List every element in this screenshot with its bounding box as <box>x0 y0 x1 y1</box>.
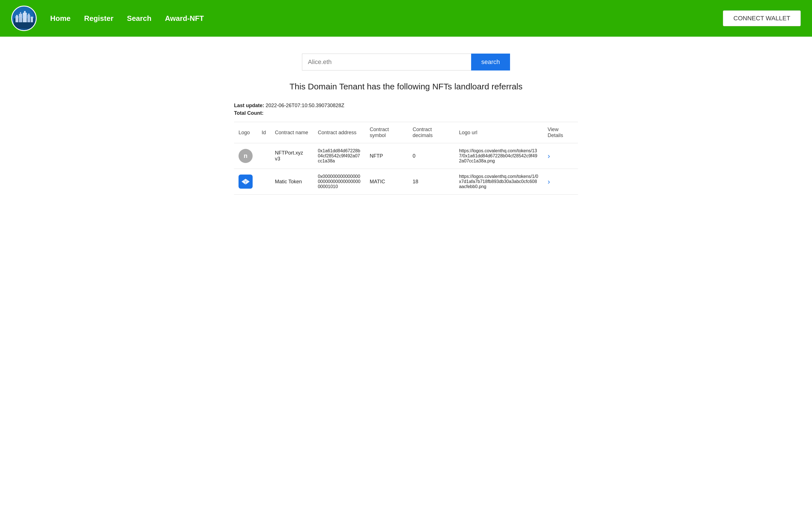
table-row: n NFTPort.xyz v3 0x1a61dd84d67228b04cf28… <box>234 143 578 169</box>
nav-search[interactable]: Search <box>127 14 152 23</box>
col-logo-url: Logo url <box>455 122 543 143</box>
svg-rect-7 <box>24 11 26 13</box>
col-logo: Logo <box>234 122 257 143</box>
col-contract-address: Contract address <box>313 122 365 143</box>
letter-avatar: n <box>238 149 253 163</box>
col-view-details: View Details <box>543 122 578 143</box>
svg-rect-14 <box>20 16 21 17</box>
col-id: Id <box>257 122 270 143</box>
nav-award-nft[interactable]: Award-NFT <box>165 14 204 23</box>
svg-rect-13 <box>19 16 20 17</box>
cell-logo-url: https://logos.covalenthq.com/tokens/137/… <box>455 143 543 169</box>
cell-contract-address: 0x00000000000000000000000000000000000010… <box>313 169 365 194</box>
cell-contract-decimals: 0 <box>408 143 455 169</box>
search-input[interactable] <box>302 54 471 70</box>
cell-contract-name: NFTPort.xyz v3 <box>270 143 313 169</box>
connect-wallet-button[interactable]: CONNECT WALLET <box>723 10 801 26</box>
search-container: search <box>234 54 578 70</box>
svg-rect-10 <box>31 17 33 22</box>
cell-contract-symbol: NFTP <box>365 143 408 169</box>
table-header: Logo Id Contract name Contract address C… <box>234 122 578 143</box>
cell-id <box>257 143 270 169</box>
table-body: n NFTPort.xyz v3 0x1a61dd84d67228b04cf28… <box>234 143 578 194</box>
cell-contract-decimals: 18 <box>408 169 455 194</box>
meta-info: Last update: 2022-06-26T07:10:50.3907308… <box>234 103 578 116</box>
view-details-button[interactable]: › <box>547 152 550 160</box>
svg-rect-5 <box>20 12 21 14</box>
cell-logo: n <box>234 143 257 169</box>
view-details-button[interactable]: › <box>547 177 550 186</box>
nav-home[interactable]: Home <box>50 14 70 23</box>
cell-logo-url: https://logos.covalenthq.com/tokens/1/0x… <box>455 169 543 194</box>
svg-rect-2 <box>15 16 18 22</box>
logo <box>11 6 37 31</box>
cell-view-details[interactable]: › <box>543 169 578 194</box>
cell-id <box>257 169 270 194</box>
matic-logo-icon <box>238 175 253 189</box>
col-contract-symbol: Contract symbol <box>365 122 408 143</box>
search-button[interactable]: search <box>471 54 510 70</box>
svg-rect-8 <box>27 15 30 22</box>
nft-table: Logo Id Contract name Contract address C… <box>234 122 578 194</box>
svg-rect-12 <box>20 15 21 15</box>
svg-rect-11 <box>19 15 20 15</box>
nav-links: Home Register Search Award-NFT <box>50 14 723 23</box>
svg-rect-16 <box>24 14 25 14</box>
cell-contract-name: Matic Token <box>270 169 313 194</box>
svg-rect-9 <box>28 13 30 15</box>
total-count: Total Count: <box>234 110 578 116</box>
cell-contract-address: 0x1a61dd84d67228b04cf28542c9f492a07cc1a3… <box>313 143 365 169</box>
table-row: Matic Token 0x00000000000000000000000000… <box>234 169 578 194</box>
nav-register[interactable]: Register <box>84 14 113 23</box>
col-contract-name: Contract name <box>270 122 313 143</box>
page-heading: This Domain Tenant has the following NFT… <box>234 82 578 91</box>
cell-logo <box>234 169 257 194</box>
cell-contract-symbol: MATIC <box>365 169 408 194</box>
last-update: Last update: 2022-06-26T07:10:50.3907308… <box>234 103 578 109</box>
svg-rect-3 <box>16 15 18 17</box>
navbar: Home Register Search Award-NFT CONNECT W… <box>0 0 812 37</box>
main-content: search This Domain Tenant has the follow… <box>223 37 589 206</box>
svg-rect-15 <box>23 14 24 14</box>
col-contract-decimals: Contract decimals <box>408 122 455 143</box>
cell-view-details[interactable]: › <box>543 143 578 169</box>
